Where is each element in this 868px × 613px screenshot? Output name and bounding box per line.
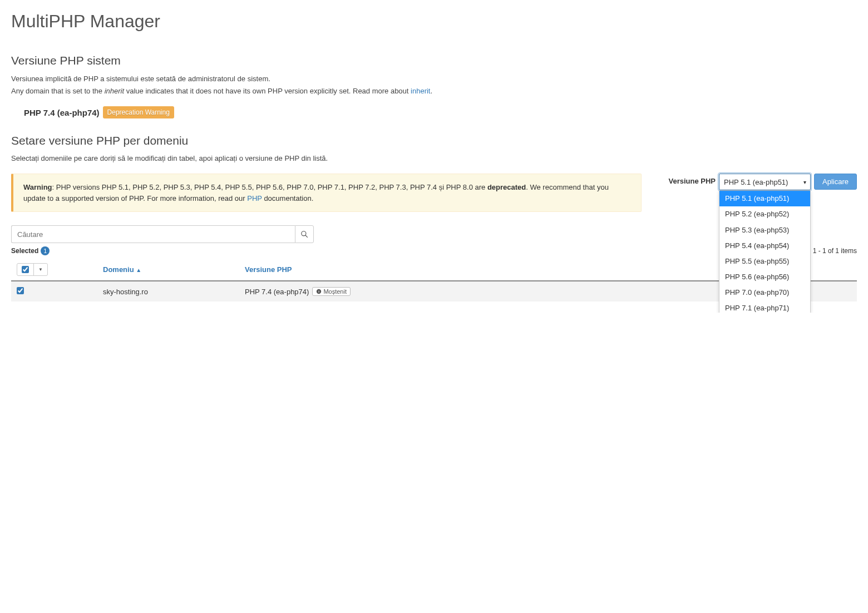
svg-point-0	[302, 231, 306, 236]
warning-box: Warning: PHP versions PHP 5.1, PHP 5.2, …	[11, 174, 642, 212]
version-apply-group: Versiune PHP PHP 5.1 (ea-php51) ▾ PHP 5.…	[668, 174, 857, 190]
selected-count-badge: 1	[41, 246, 50, 255]
version-option[interactable]: PHP 5.1 (ea-php51)	[719, 191, 810, 206]
version-option[interactable]: PHP 5.5 (ea-php55)	[719, 254, 810, 269]
version-option[interactable]: PHP 5.4 (ea-php54)	[719, 238, 810, 254]
info-icon: i	[316, 289, 322, 294]
inherit-link[interactable]: inherit	[411, 87, 430, 95]
per-domain-heading: Setare versiune PHP per domeniu	[11, 134, 857, 147]
version-option[interactable]: PHP 7.1 (ea-php71)	[719, 300, 810, 313]
version-option[interactable]: PHP 7.0 (ea-php70)	[719, 285, 810, 300]
search-button[interactable]	[295, 225, 314, 243]
per-domain-instruction: Selectați domeniile pe care doriți să le…	[11, 154, 857, 162]
inherit-badge: iMoștenit	[312, 287, 351, 296]
domain-column-header[interactable]: Domeniu ▲	[97, 259, 239, 281]
deprecation-badge: Deprecation Warning	[103, 106, 174, 118]
version-dropdown-list: PHP 5.1 (ea-php51)PHP 5.2 (ea-php52)PHP …	[719, 190, 811, 313]
version-select[interactable]: PHP 5.1 (ea-php51)	[719, 174, 811, 190]
select-all-dropdown[interactable]: ▼	[34, 264, 47, 275]
php-doc-link[interactable]: PHP	[247, 194, 262, 202]
version-option[interactable]: PHP 5.6 (ea-php56)	[719, 269, 810, 285]
version-option[interactable]: PHP 5.2 (ea-php52)	[719, 206, 810, 222]
sort-asc-icon: ▲	[136, 267, 141, 273]
row-checkbox[interactable]	[17, 287, 24, 294]
system-version-desc2: Any domain that is set to the inherit va…	[11, 86, 857, 96]
selected-count-label: Selected 1	[11, 246, 50, 255]
select-all-checkbox[interactable]	[22, 266, 29, 273]
version-select-label: Versiune PHP	[668, 174, 716, 185]
svg-line-1	[305, 235, 308, 238]
page-title: MultiPHP Manager	[11, 11, 857, 32]
system-version-value: PHP 7.4 (ea-php74)	[24, 108, 100, 117]
system-version-desc1: Versiunea implicită de PHP a sistemului …	[11, 74, 857, 84]
apply-button[interactable]: Aplicare	[814, 174, 857, 190]
search-icon	[300, 230, 308, 238]
pagination-text: 1 - 1 of 1 items	[813, 247, 857, 255]
domain-cell: sky-hosting.ro	[97, 281, 239, 301]
version-option[interactable]: PHP 5.3 (ea-php53)	[719, 223, 810, 238]
search-input[interactable]	[11, 225, 295, 243]
select-all-checkbox-cell[interactable]	[17, 264, 34, 275]
caret-down-icon: ▼	[38, 267, 43, 272]
system-version-row: PHP 7.4 (ea-php74) Deprecation Warning	[24, 106, 857, 118]
system-version-heading: Versiune PHP sistem	[11, 54, 857, 67]
